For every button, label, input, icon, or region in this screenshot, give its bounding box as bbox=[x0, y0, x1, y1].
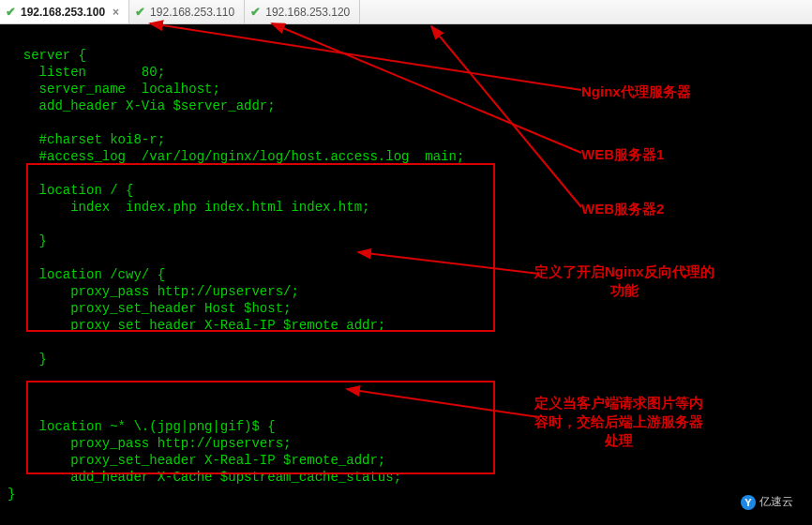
tab-label: 192.168.253.120 bbox=[265, 6, 350, 19]
annotation-nginx-proxy: Nginx代理服务器 bbox=[581, 82, 691, 101]
watermark-text: 亿速云 bbox=[759, 494, 793, 510]
tab-host-1[interactable]: ✔ 192.168.253.100 × bbox=[0, 0, 129, 23]
nginx-config-text: server { listen 80; server_name localhos… bbox=[8, 48, 464, 525]
annotation-web2: WEB服务器2 bbox=[581, 200, 664, 218]
tab-label: 192.168.253.100 bbox=[21, 6, 105, 19]
status-icon: ✔ bbox=[6, 5, 16, 19]
status-icon: ✔ bbox=[135, 5, 145, 19]
status-icon: ✔ bbox=[250, 5, 261, 19]
tab-bar: ✔ 192.168.253.100 × ✔ 192.168.253.110 ✔ … bbox=[0, 0, 812, 24]
close-icon[interactable]: × bbox=[113, 6, 119, 19]
tab-label: 192.168.253.110 bbox=[150, 6, 234, 19]
watermark: Y 亿速云 bbox=[735, 492, 799, 512]
annotation-web1: WEB服务器1 bbox=[581, 145, 664, 164]
tab-host-3[interactable]: ✔ 192.168.253.120 bbox=[245, 0, 360, 23]
tab-host-2[interactable]: ✔ 192.168.253.110 bbox=[129, 0, 245, 23]
watermark-icon: Y bbox=[741, 495, 756, 510]
annotation-reverse-proxy: 定义了开启Nginx反向代理的 功能 bbox=[534, 262, 714, 300]
annotation-image-proxy: 定义当客户端请求图片等内 容时，交给后端上游服务器 处理 bbox=[534, 394, 703, 450]
